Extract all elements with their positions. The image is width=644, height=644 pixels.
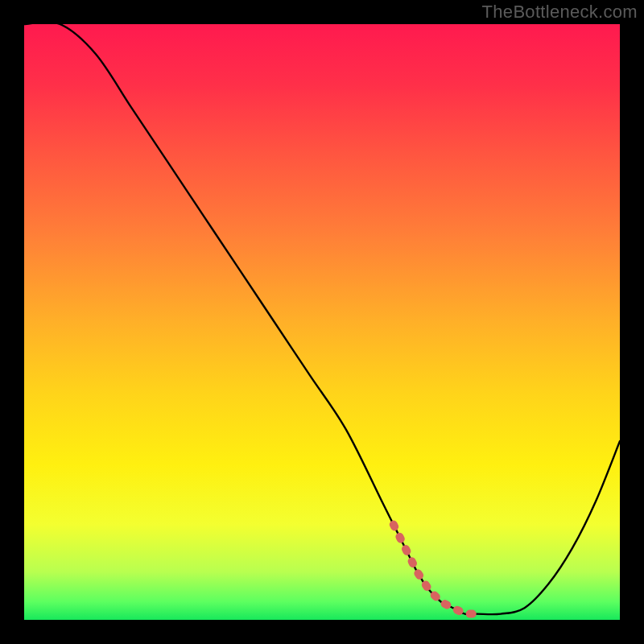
watermark-text: TheBottleneck.com <box>482 2 638 23</box>
plot-area <box>24 24 620 620</box>
curve-layer <box>24 24 620 620</box>
optimal-region-marker <box>394 525 477 614</box>
chart-frame: TheBottleneck.com <box>0 0 644 644</box>
bottleneck-curve <box>24 24 620 614</box>
